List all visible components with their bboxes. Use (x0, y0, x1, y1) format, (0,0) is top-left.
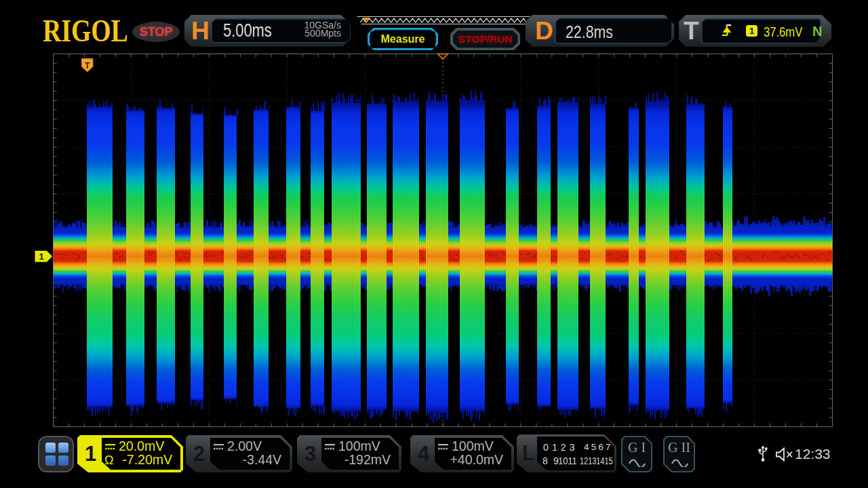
svg-text:T: T (85, 61, 90, 70)
svg-text:1: 1 (39, 251, 43, 262)
